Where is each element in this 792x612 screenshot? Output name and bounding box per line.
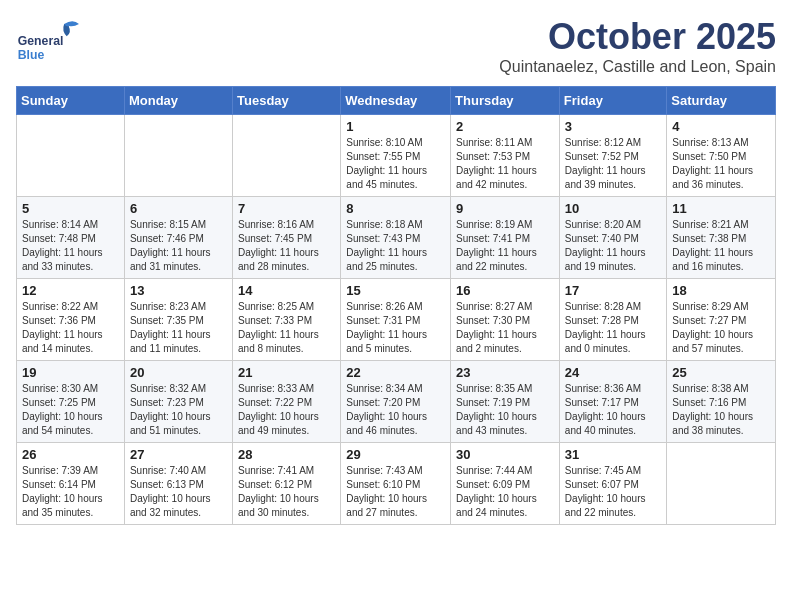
svg-text:General: General: [18, 34, 64, 48]
calendar-cell: [667, 443, 776, 525]
calendar-cell: 12Sunrise: 8:22 AM Sunset: 7:36 PM Dayli…: [17, 279, 125, 361]
cell-info: Sunrise: 8:32 AM Sunset: 7:23 PM Dayligh…: [130, 382, 227, 438]
calendar-cell: 7Sunrise: 8:16 AM Sunset: 7:45 PM Daylig…: [233, 197, 341, 279]
calendar-cell: 23Sunrise: 8:35 AM Sunset: 7:19 PM Dayli…: [451, 361, 560, 443]
day-number: 29: [346, 447, 445, 462]
calendar-cell: 18Sunrise: 8:29 AM Sunset: 7:27 PM Dayli…: [667, 279, 776, 361]
column-header-friday: Friday: [559, 87, 667, 115]
calendar-cell: 10Sunrise: 8:20 AM Sunset: 7:40 PM Dayli…: [559, 197, 667, 279]
cell-info: Sunrise: 8:18 AM Sunset: 7:43 PM Dayligh…: [346, 218, 445, 274]
day-number: 28: [238, 447, 335, 462]
day-number: 11: [672, 201, 770, 216]
calendar-cell: 13Sunrise: 8:23 AM Sunset: 7:35 PM Dayli…: [124, 279, 232, 361]
calendar-cell: 22Sunrise: 8:34 AM Sunset: 7:20 PM Dayli…: [341, 361, 451, 443]
day-number: 10: [565, 201, 662, 216]
cell-info: Sunrise: 8:20 AM Sunset: 7:40 PM Dayligh…: [565, 218, 662, 274]
calendar-cell: 14Sunrise: 8:25 AM Sunset: 7:33 PM Dayli…: [233, 279, 341, 361]
calendar-cell: 30Sunrise: 7:44 AM Sunset: 6:09 PM Dayli…: [451, 443, 560, 525]
calendar-cell: [124, 115, 232, 197]
cell-info: Sunrise: 8:15 AM Sunset: 7:46 PM Dayligh…: [130, 218, 227, 274]
day-number: 30: [456, 447, 554, 462]
calendar-week-4: 19Sunrise: 8:30 AM Sunset: 7:25 PM Dayli…: [17, 361, 776, 443]
cell-info: Sunrise: 8:23 AM Sunset: 7:35 PM Dayligh…: [130, 300, 227, 356]
day-number: 13: [130, 283, 227, 298]
cell-info: Sunrise: 8:12 AM Sunset: 7:52 PM Dayligh…: [565, 136, 662, 192]
cell-info: Sunrise: 8:22 AM Sunset: 7:36 PM Dayligh…: [22, 300, 119, 356]
calendar-cell: 16Sunrise: 8:27 AM Sunset: 7:30 PM Dayli…: [451, 279, 560, 361]
day-number: 24: [565, 365, 662, 380]
day-number: 21: [238, 365, 335, 380]
calendar-cell: 28Sunrise: 7:41 AM Sunset: 6:12 PM Dayli…: [233, 443, 341, 525]
calendar-cell: 19Sunrise: 8:30 AM Sunset: 7:25 PM Dayli…: [17, 361, 125, 443]
calendar-cell: 26Sunrise: 7:39 AM Sunset: 6:14 PM Dayli…: [17, 443, 125, 525]
day-number: 18: [672, 283, 770, 298]
calendar-cell: 21Sunrise: 8:33 AM Sunset: 7:22 PM Dayli…: [233, 361, 341, 443]
calendar-week-1: 1Sunrise: 8:10 AM Sunset: 7:55 PM Daylig…: [17, 115, 776, 197]
calendar-table: SundayMondayTuesdayWednesdayThursdayFrid…: [16, 86, 776, 525]
cell-info: Sunrise: 8:10 AM Sunset: 7:55 PM Dayligh…: [346, 136, 445, 192]
day-number: 6: [130, 201, 227, 216]
calendar-week-5: 26Sunrise: 7:39 AM Sunset: 6:14 PM Dayli…: [17, 443, 776, 525]
day-number: 20: [130, 365, 227, 380]
calendar-cell: 11Sunrise: 8:21 AM Sunset: 7:38 PM Dayli…: [667, 197, 776, 279]
calendar-cell: 24Sunrise: 8:36 AM Sunset: 7:17 PM Dayli…: [559, 361, 667, 443]
day-number: 3: [565, 119, 662, 134]
column-header-monday: Monday: [124, 87, 232, 115]
svg-text:Blue: Blue: [18, 48, 45, 62]
day-number: 2: [456, 119, 554, 134]
day-number: 7: [238, 201, 335, 216]
calendar-cell: 3Sunrise: 8:12 AM Sunset: 7:52 PM Daylig…: [559, 115, 667, 197]
day-number: 15: [346, 283, 445, 298]
calendar-cell: 1Sunrise: 8:10 AM Sunset: 7:55 PM Daylig…: [341, 115, 451, 197]
column-header-wednesday: Wednesday: [341, 87, 451, 115]
cell-info: Sunrise: 8:34 AM Sunset: 7:20 PM Dayligh…: [346, 382, 445, 438]
cell-info: Sunrise: 7:39 AM Sunset: 6:14 PM Dayligh…: [22, 464, 119, 520]
calendar-cell: 2Sunrise: 8:11 AM Sunset: 7:53 PM Daylig…: [451, 115, 560, 197]
calendar-cell: 9Sunrise: 8:19 AM Sunset: 7:41 PM Daylig…: [451, 197, 560, 279]
cell-info: Sunrise: 7:45 AM Sunset: 6:07 PM Dayligh…: [565, 464, 662, 520]
cell-info: Sunrise: 8:19 AM Sunset: 7:41 PM Dayligh…: [456, 218, 554, 274]
month-title: October 2025: [499, 16, 776, 58]
calendar-cell: 20Sunrise: 8:32 AM Sunset: 7:23 PM Dayli…: [124, 361, 232, 443]
column-header-tuesday: Tuesday: [233, 87, 341, 115]
calendar-cell: [233, 115, 341, 197]
column-header-thursday: Thursday: [451, 87, 560, 115]
day-number: 16: [456, 283, 554, 298]
day-number: 14: [238, 283, 335, 298]
calendar-cell: 4Sunrise: 8:13 AM Sunset: 7:50 PM Daylig…: [667, 115, 776, 197]
location-title: Quintanaelez, Castille and Leon, Spain: [499, 58, 776, 76]
calendar-cell: 25Sunrise: 8:38 AM Sunset: 7:16 PM Dayli…: [667, 361, 776, 443]
cell-info: Sunrise: 8:28 AM Sunset: 7:28 PM Dayligh…: [565, 300, 662, 356]
calendar-week-3: 12Sunrise: 8:22 AM Sunset: 7:36 PM Dayli…: [17, 279, 776, 361]
day-number: 5: [22, 201, 119, 216]
cell-info: Sunrise: 8:35 AM Sunset: 7:19 PM Dayligh…: [456, 382, 554, 438]
cell-info: Sunrise: 7:40 AM Sunset: 6:13 PM Dayligh…: [130, 464, 227, 520]
day-number: 17: [565, 283, 662, 298]
calendar-cell: 15Sunrise: 8:26 AM Sunset: 7:31 PM Dayli…: [341, 279, 451, 361]
title-block: October 2025 Quintanaelez, Castille and …: [499, 16, 776, 76]
cell-info: Sunrise: 8:25 AM Sunset: 7:33 PM Dayligh…: [238, 300, 335, 356]
column-header-saturday: Saturday: [667, 87, 776, 115]
cell-info: Sunrise: 7:44 AM Sunset: 6:09 PM Dayligh…: [456, 464, 554, 520]
calendar-cell: 29Sunrise: 7:43 AM Sunset: 6:10 PM Dayli…: [341, 443, 451, 525]
cell-info: Sunrise: 8:30 AM Sunset: 7:25 PM Dayligh…: [22, 382, 119, 438]
logo: General Blue: [16, 16, 86, 66]
day-number: 27: [130, 447, 227, 462]
column-header-sunday: Sunday: [17, 87, 125, 115]
day-number: 4: [672, 119, 770, 134]
calendar-header-row: SundayMondayTuesdayWednesdayThursdayFrid…: [17, 87, 776, 115]
day-number: 23: [456, 365, 554, 380]
cell-info: Sunrise: 8:14 AM Sunset: 7:48 PM Dayligh…: [22, 218, 119, 274]
day-number: 22: [346, 365, 445, 380]
day-number: 19: [22, 365, 119, 380]
cell-info: Sunrise: 8:38 AM Sunset: 7:16 PM Dayligh…: [672, 382, 770, 438]
cell-info: Sunrise: 8:29 AM Sunset: 7:27 PM Dayligh…: [672, 300, 770, 356]
day-number: 9: [456, 201, 554, 216]
calendar-cell: 6Sunrise: 8:15 AM Sunset: 7:46 PM Daylig…: [124, 197, 232, 279]
cell-info: Sunrise: 8:26 AM Sunset: 7:31 PM Dayligh…: [346, 300, 445, 356]
day-number: 12: [22, 283, 119, 298]
cell-info: Sunrise: 8:21 AM Sunset: 7:38 PM Dayligh…: [672, 218, 770, 274]
day-number: 8: [346, 201, 445, 216]
calendar-cell: 31Sunrise: 7:45 AM Sunset: 6:07 PM Dayli…: [559, 443, 667, 525]
cell-info: Sunrise: 8:16 AM Sunset: 7:45 PM Dayligh…: [238, 218, 335, 274]
